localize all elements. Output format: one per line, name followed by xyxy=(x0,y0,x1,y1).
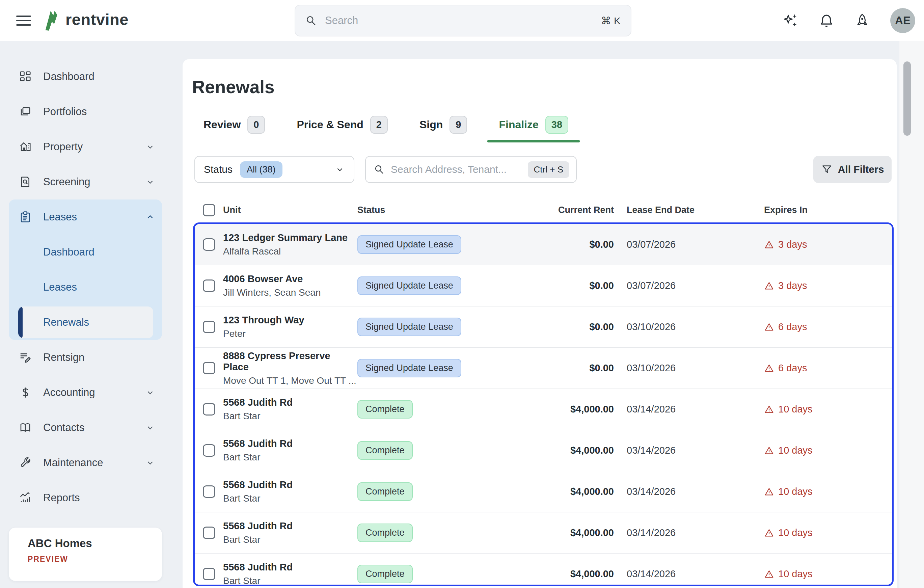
tab-count-badge: 0 xyxy=(248,116,265,134)
sidebar-label: Contacts xyxy=(43,421,84,434)
sidebar-item-dashboard[interactable]: Dashboard xyxy=(9,59,162,94)
column-header-current-rent[interactable]: Current Rent xyxy=(558,205,614,215)
expires-in: 10 days xyxy=(746,568,892,580)
expires-in: 10 days xyxy=(746,445,892,456)
table-rows: 123 Ledger Summary Lane Alfalfa Rascal S… xyxy=(195,224,892,586)
tenant-names: Bart Star xyxy=(223,411,357,421)
tenant-names: Bart Star xyxy=(223,452,357,463)
column-header-expires-in[interactable]: Expires In xyxy=(746,205,892,215)
expires-in: 10 days xyxy=(746,527,892,538)
tenant-names: Bart Star xyxy=(223,575,357,586)
sidebar-item-portfolios[interactable]: Portfolios xyxy=(9,94,162,129)
maintenance-wrench-icon xyxy=(19,456,32,469)
current-rent: $0.00 xyxy=(589,280,614,291)
leases-group: Leases Dashboard Leases Renewals xyxy=(9,200,162,340)
chevron-down-icon xyxy=(145,177,155,187)
scrollbar-track[interactable] xyxy=(899,41,924,588)
sidebar-label: Maintenance xyxy=(43,457,103,469)
sidebar-subitem-dashboard[interactable]: Dashboard xyxy=(9,235,162,270)
sidebar-label: Dashboard xyxy=(43,71,94,83)
notifications-bell-icon[interactable] xyxy=(819,13,834,28)
table-row[interactable]: 8888 Cypress Preserve Place Move Out TT … xyxy=(195,348,892,389)
table-row[interactable]: 5568 Judith Rd Bart Star Complete $4,000… xyxy=(195,512,892,553)
rocket-icon[interactable] xyxy=(855,13,870,28)
rentvine-logo[interactable]: rentvine xyxy=(43,7,129,31)
global-search[interactable]: ⌘ K xyxy=(295,5,631,36)
table-header: Unit Status Current Rent Lease End Date … xyxy=(195,197,892,223)
table-row[interactable]: 123 Through Way Peter Signed Update Leas… xyxy=(195,307,892,348)
row-checkbox[interactable] xyxy=(203,568,215,580)
sidebar-subitem-renewals[interactable]: Renewals xyxy=(9,305,162,340)
status-filter-value: All (38) xyxy=(240,161,282,178)
row-checkbox[interactable] xyxy=(203,279,215,292)
row-checkbox[interactable] xyxy=(203,320,215,333)
sparkles-icon[interactable] xyxy=(783,13,799,28)
search-shortcut: ⌘ K xyxy=(601,15,620,26)
expires-in-text: 6 days xyxy=(778,321,807,332)
sidebar-item-contacts[interactable]: Contacts xyxy=(9,410,162,445)
scrollbar-thumb[interactable] xyxy=(903,61,911,136)
company-name: ABC Homes xyxy=(28,537,162,550)
sidebar-item-screening[interactable]: Screening xyxy=(9,164,162,200)
status-badge: Complete xyxy=(357,441,413,460)
row-checkbox[interactable] xyxy=(203,444,215,457)
row-checkbox[interactable] xyxy=(203,527,215,539)
chevron-down-icon xyxy=(145,388,155,398)
tab-sign[interactable]: Sign 9 xyxy=(408,116,478,142)
sidebar-item-leases[interactable]: Leases xyxy=(9,200,162,235)
tenant-names: Peter xyxy=(223,329,357,339)
company-card[interactable]: ABC Homes PREVIEW xyxy=(9,528,162,581)
warning-icon xyxy=(764,446,774,456)
search-icon xyxy=(374,164,385,175)
sidebar-subitem-leases[interactable]: Leases xyxy=(9,270,162,305)
global-search-input[interactable] xyxy=(325,15,593,26)
sidebar-item-rentsign[interactable]: Rentsign xyxy=(9,340,162,375)
tenant-names: Bart Star xyxy=(223,534,357,545)
sidebar-label: Portfolios xyxy=(43,106,87,118)
dashboard-icon xyxy=(19,70,32,83)
status-badge: Signed Update Lease xyxy=(357,235,461,254)
table-row[interactable]: 5568 Judith Rd Bart Star Complete $4,000… xyxy=(195,389,892,430)
tab-review[interactable]: Review 0 xyxy=(192,116,276,142)
row-checkbox[interactable] xyxy=(203,486,215,498)
warning-icon xyxy=(764,281,774,291)
table-row[interactable]: 123 Ledger Summary Lane Alfalfa Rascal S… xyxy=(195,224,892,265)
table-search[interactable]: Ctrl + S xyxy=(365,156,577,183)
lease-end-date: 03/14/2026 xyxy=(614,445,746,456)
tab-price-and-send[interactable]: Price & Send 2 xyxy=(285,116,399,142)
tab-finalize[interactable]: Finalize 38 xyxy=(487,116,580,142)
table-row[interactable]: 4006 Bowser Ave Jill Winters, Sean Sean … xyxy=(195,265,892,307)
table-search-input[interactable] xyxy=(391,164,522,175)
table-row[interactable]: 5568 Judith Rd Bart Star Complete $4,000… xyxy=(195,471,892,512)
status-filter-select[interactable]: Status All (38) xyxy=(195,156,354,183)
row-checkbox[interactable] xyxy=(203,362,215,374)
sidebar-label: Property xyxy=(43,141,82,153)
search-shortcut-kbd: Ctrl + S xyxy=(528,161,569,178)
sidebar-item-maintenance[interactable]: Maintenance xyxy=(9,445,162,480)
table-row[interactable]: 5568 Judith Rd Bart Star Complete $4,000… xyxy=(195,553,892,586)
column-header-status[interactable]: Status xyxy=(357,205,500,215)
table-row[interactable]: 5568 Judith Rd Bart Star Complete $4,000… xyxy=(195,430,892,471)
column-header-unit[interactable]: Unit xyxy=(223,205,357,215)
tab-count-badge: 9 xyxy=(449,116,467,134)
menu-icon[interactable] xyxy=(16,13,31,28)
expires-in-text: 10 days xyxy=(778,527,813,538)
page-title: Renewals xyxy=(192,77,275,97)
all-filters-button[interactable]: All Filters xyxy=(813,156,892,183)
screening-icon xyxy=(19,175,32,188)
select-all-checkbox[interactable] xyxy=(203,204,215,216)
sidebar-label: Accounting xyxy=(43,386,95,399)
expires-in: 10 days xyxy=(746,404,892,415)
avatar[interactable]: AE xyxy=(890,8,915,33)
sidebar-item-reports[interactable]: Reports xyxy=(9,480,162,515)
status-badge: Signed Update Lease xyxy=(357,276,461,295)
sidebar-item-accounting[interactable]: Accounting xyxy=(9,375,162,410)
column-header-lease-end-date[interactable]: Lease End Date xyxy=(614,205,746,215)
chevron-down-icon xyxy=(145,458,155,468)
current-rent: $4,000.00 xyxy=(570,404,614,415)
row-checkbox[interactable] xyxy=(203,403,215,416)
expires-in: 3 days xyxy=(746,239,892,250)
sidebar-item-property[interactable]: Property xyxy=(9,129,162,164)
expires-in-text: 10 days xyxy=(778,568,813,580)
row-checkbox[interactable] xyxy=(203,238,215,251)
